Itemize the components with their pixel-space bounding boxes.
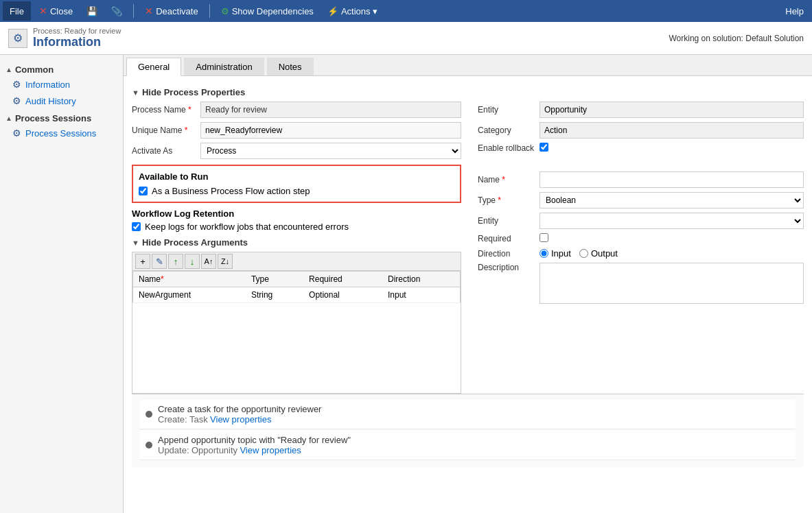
right-col: Entity Category Enable rol bbox=[469, 102, 804, 394]
unique-name-input[interactable] bbox=[200, 122, 461, 139]
rp-required-checkbox[interactable] bbox=[540, 233, 548, 242]
direction-input-label: Input bbox=[551, 248, 571, 259]
rp-direction-label: Direction bbox=[478, 249, 540, 259]
rp-type-value: Boolean DateTime Decimal Entity EntityCo… bbox=[540, 192, 804, 208]
file-button[interactable]: File bbox=[3, 1, 31, 21]
sidebar-item-audit-history[interactable]: ⚙ Audit History bbox=[0, 93, 123, 109]
args-up-button[interactable]: ↑ bbox=[168, 254, 183, 269]
process-name-row: Process Name bbox=[132, 102, 461, 118]
action-view-props-1[interactable]: View properties bbox=[240, 445, 301, 455]
breadcrumb: Process: Ready for review bbox=[33, 27, 121, 35]
action-text-1: Append opportunity topic with "Ready for… bbox=[158, 435, 351, 445]
table-row[interactable]: NewArgument String Optional Input bbox=[133, 287, 461, 303]
process-name-input[interactable] bbox=[200, 102, 461, 118]
chevron-common-icon: ▲ bbox=[5, 66, 12, 73]
action-item-1: Append opportunity topic with "Ready for… bbox=[140, 431, 796, 460]
dependencies-icon: ⚙ bbox=[221, 6, 229, 16]
actions-label: Actions ▾ bbox=[341, 6, 378, 16]
audit-icon: ⚙ bbox=[12, 95, 21, 106]
process-icon: ⚙ bbox=[8, 29, 27, 48]
actions-button[interactable]: ⚡ Actions ▾ bbox=[322, 1, 383, 21]
col-type: Type bbox=[246, 272, 303, 287]
process-sessions-section-label: Process Sessions bbox=[15, 113, 91, 123]
rp-type-label: Type bbox=[478, 195, 540, 205]
attach-button[interactable]: 📎 bbox=[106, 1, 128, 21]
args-toolbar: + ✎ ↑ ↓ A↑ Z↓ bbox=[132, 252, 461, 270]
available-to-run-box: Available to Run As a Business Process F… bbox=[132, 165, 461, 203]
sidebar-item-process-sessions[interactable]: ⚙ Process Sessions bbox=[0, 125, 123, 141]
rp-description-textarea[interactable] bbox=[540, 263, 804, 304]
collapse-args-icon[interactable]: ▼ bbox=[132, 239, 139, 247]
col-name: Name bbox=[133, 272, 246, 287]
rp-direction-row: Direction Input Output bbox=[478, 248, 804, 259]
rp-name-row: Name bbox=[478, 171, 804, 188]
workflow-log-section: Workflow Log Retention Keep logs for wor… bbox=[132, 208, 461, 232]
args-sort-za-button[interactable]: Z↓ bbox=[218, 254, 233, 269]
deactivate-button[interactable]: ✕ Deactivate bbox=[139, 1, 203, 21]
args-add-button[interactable]: + bbox=[135, 254, 150, 269]
enable-rollback-label: Enable rollback bbox=[478, 143, 540, 153]
enable-rollback-row: Enable rollback bbox=[478, 143, 804, 154]
close-button[interactable]: ✕ Close bbox=[34, 1, 78, 21]
process-name-label: Process Name bbox=[132, 105, 200, 115]
direction-options: Input Output bbox=[540, 248, 804, 259]
args-table-wrap: Name Type Required Direction NewArgument bbox=[132, 270, 461, 394]
rp-required-label: Required bbox=[478, 234, 540, 243]
activate-as-label: Activate As bbox=[132, 146, 200, 156]
save-icon: 💾 bbox=[86, 6, 97, 16]
action-text-group-1: Append opportunity topic with "Ready for… bbox=[158, 435, 351, 455]
show-dependencies-button[interactable]: ⚙ Show Dependencies bbox=[216, 1, 319, 21]
rp-type-select[interactable]: Boolean DateTime Decimal Entity EntityCo… bbox=[540, 192, 804, 208]
rp-required-row: Required bbox=[478, 233, 804, 244]
rp-direction-value: Input Output bbox=[540, 248, 804, 259]
process-header: ⚙ Process: Ready for review Information … bbox=[0, 22, 812, 55]
action-bullet-1 bbox=[146, 442, 152, 449]
cell-type: String bbox=[246, 287, 303, 303]
help-area: Help bbox=[785, 6, 809, 16]
hide-process-properties-label: Hide Process Properties bbox=[142, 87, 245, 97]
cell-name: NewArgument bbox=[133, 287, 246, 303]
enable-rollback-checkbox[interactable] bbox=[540, 143, 548, 152]
collapse-properties-icon[interactable]: ▼ bbox=[132, 88, 139, 97]
action-sub-entity-1: Opportunity bbox=[192, 445, 237, 455]
tab-administration[interactable]: Administration bbox=[184, 58, 264, 75]
entity-input bbox=[540, 102, 804, 118]
workflow-log-title: Workflow Log Retention bbox=[132, 208, 461, 219]
attach-icon: 📎 bbox=[111, 6, 122, 16]
left-col: Process Name Unique Name A bbox=[132, 102, 461, 394]
args-edit-button[interactable]: ✎ bbox=[152, 254, 167, 269]
workflow-log-checkbox[interactable] bbox=[132, 222, 141, 231]
direction-input-radio[interactable] bbox=[540, 249, 548, 258]
direction-output-radio[interactable] bbox=[579, 249, 588, 258]
available-checkbox[interactable] bbox=[139, 187, 148, 195]
sidebar-item-label-process-sessions: Process Sessions bbox=[25, 128, 96, 139]
sidebar-item-label-audit: Audit History bbox=[25, 96, 76, 106]
action-item-0: Create a task for the opportunity review… bbox=[140, 400, 796, 429]
main-two-col: Process Name Unique Name A bbox=[132, 102, 804, 394]
tab-general[interactable]: General bbox=[126, 58, 181, 76]
hide-process-args-header: ▼ Hide Process Arguments bbox=[132, 237, 461, 248]
main-layout: ▲ Common ⚙ Information ⚙ Audit History ▲… bbox=[0, 55, 812, 513]
activate-as-select[interactable]: Process Process Template bbox=[200, 143, 461, 159]
tab-notes[interactable]: Notes bbox=[267, 58, 314, 75]
save-button[interactable]: 💾 bbox=[81, 1, 103, 21]
rp-entity-label: Entity bbox=[478, 216, 540, 226]
unique-name-label: Unique Name bbox=[132, 126, 200, 135]
common-section-label: Common bbox=[15, 64, 54, 75]
action-bullet-0 bbox=[146, 411, 152, 418]
help-label[interactable]: Help bbox=[785, 6, 804, 16]
rp-name-input[interactable] bbox=[540, 171, 804, 188]
args-sort-az-button[interactable]: A↑ bbox=[201, 254, 216, 269]
rp-description-row: Description bbox=[478, 263, 804, 306]
actions-icon: ⚡ bbox=[327, 6, 338, 16]
sidebar-section-common: ▲ Common bbox=[0, 60, 123, 76]
category-value bbox=[540, 122, 804, 139]
action-text-0: Create a task for the opportunity review… bbox=[158, 404, 321, 414]
toolbar: File ✕ Close 💾 📎 ✕ Deactivate ⚙ Show Dep… bbox=[0, 0, 812, 22]
sidebar-item-information[interactable]: ⚙ Information bbox=[0, 76, 123, 93]
action-view-props-0[interactable]: View properties bbox=[210, 414, 271, 425]
args-down-button[interactable]: ↓ bbox=[185, 254, 200, 269]
page-title: Information bbox=[33, 35, 121, 49]
rp-entity-select[interactable] bbox=[540, 213, 804, 229]
rp-name-label: Name bbox=[478, 175, 540, 184]
